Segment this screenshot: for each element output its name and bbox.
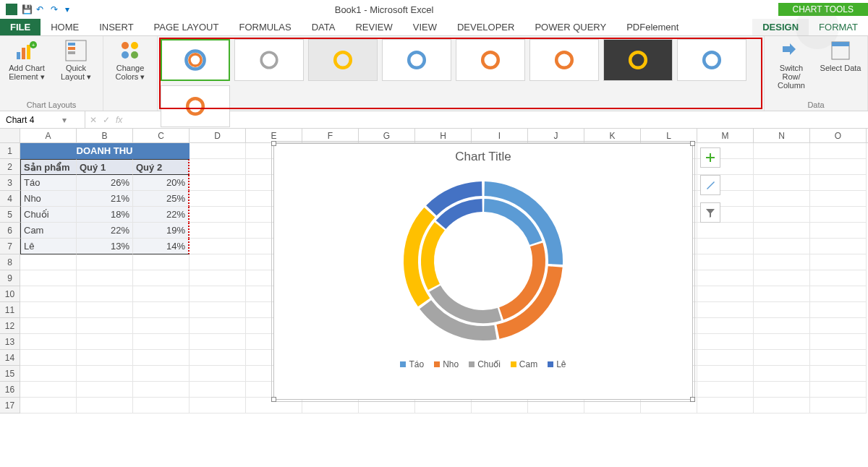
cell[interactable]: [810, 254, 867, 270]
cell[interactable]: [697, 318, 754, 334]
table-header-cell[interactable]: Sản phẩm: [20, 159, 77, 175]
col-header[interactable]: C: [133, 129, 190, 142]
cell[interactable]: [810, 191, 867, 207]
chart-style-3[interactable]: [308, 39, 378, 81]
cell[interactable]: [133, 334, 190, 350]
table-cell[interactable]: Cam: [20, 223, 77, 239]
table-cell[interactable]: 22%: [77, 223, 133, 239]
cell[interactable]: [190, 334, 246, 350]
col-header[interactable]: K: [584, 129, 641, 142]
col-header[interactable]: I: [472, 129, 528, 142]
chart-filters-button[interactable]: [700, 202, 720, 223]
cell[interactable]: [697, 398, 754, 414]
row-header[interactable]: 1: [0, 143, 20, 159]
table-cell[interactable]: 26%: [77, 175, 133, 191]
row-header[interactable]: 8: [0, 254, 20, 270]
tab-file[interactable]: FILE: [0, 19, 41, 35]
cell[interactable]: [77, 286, 133, 302]
cell[interactable]: [133, 318, 190, 334]
row-header[interactable]: 6: [0, 223, 20, 239]
cell[interactable]: [20, 286, 77, 302]
row-header[interactable]: 13: [0, 334, 20, 350]
col-header[interactable]: L: [641, 129, 697, 142]
chart-style-9[interactable]: [161, 85, 230, 127]
table-cell[interactable]: 22%: [133, 207, 190, 223]
worksheet-grid[interactable]: A B C D E F G H I J K L M N O 1DOANH THU…: [0, 129, 868, 414]
cell[interactable]: [190, 159, 246, 175]
table-cell[interactable]: 21%: [77, 191, 133, 207]
cell[interactable]: [810, 175, 867, 191]
cell[interactable]: [133, 350, 190, 366]
cell[interactable]: [754, 318, 810, 334]
row-header[interactable]: 17: [0, 398, 20, 414]
donut-slice[interactable]: [427, 226, 440, 287]
cell[interactable]: [697, 350, 754, 366]
cell[interactable]: [190, 350, 246, 366]
row-header[interactable]: 12: [0, 318, 20, 334]
legend-item[interactable]: Lê: [548, 359, 566, 369]
cell[interactable]: [359, 398, 415, 414]
row-header[interactable]: 7: [0, 239, 20, 254]
chart-style-5[interactable]: [456, 39, 525, 81]
table-cell[interactable]: 20%: [133, 175, 190, 191]
cell[interactable]: [754, 159, 810, 175]
donut-slice[interactable]: [435, 288, 499, 317]
redo-icon[interactable]: ↷: [51, 4, 61, 14]
cell[interactable]: [810, 223, 867, 239]
table-cell[interactable]: 25%: [133, 191, 190, 207]
cell[interactable]: [77, 366, 133, 382]
undo-icon[interactable]: ↶: [36, 4, 46, 14]
chart-style-1[interactable]: [161, 39, 230, 81]
cell[interactable]: [810, 270, 867, 286]
name-box-input[interactable]: [4, 114, 62, 126]
cell[interactable]: [133, 270, 190, 286]
fx-icon[interactable]: fx: [116, 115, 122, 125]
cell[interactable]: [754, 350, 810, 366]
cell[interactable]: [697, 286, 754, 302]
chart-style-8[interactable]: [677, 39, 746, 81]
cell[interactable]: [810, 366, 867, 382]
chart-resize-handle[interactable]: [690, 141, 695, 146]
row-header[interactable]: 16: [0, 382, 20, 398]
cell[interactable]: [754, 143, 810, 159]
col-header[interactable]: F: [302, 129, 359, 142]
name-box[interactable]: ▾: [0, 111, 85, 128]
col-header[interactable]: O: [810, 129, 867, 142]
chart-style-2[interactable]: [234, 39, 304, 81]
tab-design[interactable]: DESIGN: [752, 19, 809, 35]
table-cell[interactable]: 14%: [133, 239, 190, 254]
table-cell[interactable]: Táo: [20, 175, 77, 191]
col-header[interactable]: J: [528, 129, 584, 142]
cell[interactable]: [810, 143, 867, 159]
merged-header-cell[interactable]: DOANH THU: [20, 143, 190, 159]
tab-format[interactable]: FORMAT: [809, 19, 868, 35]
tab-power-query[interactable]: POWER QUERY: [524, 19, 616, 35]
cell[interactable]: [20, 270, 77, 286]
cell[interactable]: [133, 382, 190, 398]
select-all-corner[interactable]: [0, 129, 20, 142]
cell[interactable]: [810, 207, 867, 223]
tab-formulas[interactable]: FORMULAS: [229, 19, 301, 35]
cell[interactable]: [190, 398, 246, 414]
chart-style-7[interactable]: [603, 39, 673, 81]
tab-pdfelement[interactable]: PDFelement: [616, 19, 689, 35]
cell[interactable]: [20, 350, 77, 366]
table-header-cell[interactable]: Quý 1: [77, 159, 133, 175]
chart-style-6[interactable]: [529, 39, 599, 81]
cell[interactable]: [415, 398, 472, 414]
cell[interactable]: [77, 318, 133, 334]
row-header[interactable]: 4: [0, 191, 20, 207]
chart-plot-area[interactable]: [274, 167, 692, 355]
cell[interactable]: [697, 302, 754, 318]
table-cell[interactable]: Nho: [20, 191, 77, 207]
cell[interactable]: [133, 286, 190, 302]
col-header[interactable]: B: [77, 129, 133, 142]
cell[interactable]: [754, 286, 810, 302]
cell[interactable]: [754, 239, 810, 254]
cell[interactable]: [190, 191, 246, 207]
cell[interactable]: [133, 398, 190, 414]
cell[interactable]: [754, 175, 810, 191]
table-cell[interactable]: Lê: [20, 239, 77, 254]
cell[interactable]: [133, 302, 190, 318]
cell[interactable]: [302, 398, 359, 414]
